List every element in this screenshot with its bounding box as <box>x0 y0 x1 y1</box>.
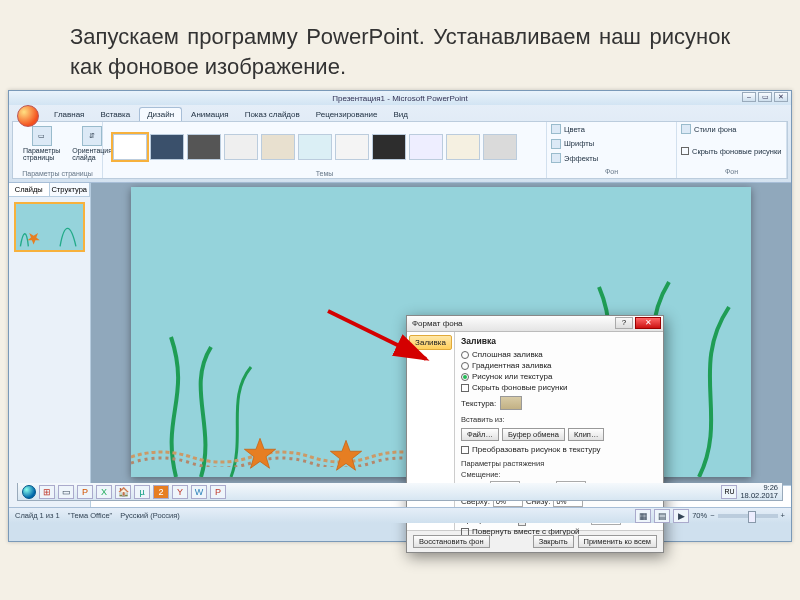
theme-swatch[interactable] <box>187 134 221 160</box>
taskbar-icon[interactable]: W <box>191 485 207 499</box>
radio-solid-label: Сплошная заливка <box>472 350 543 359</box>
fill-heading: Заливка <box>461 336 657 346</box>
zoom-slider[interactable] <box>718 514 778 518</box>
theme-swatch[interactable] <box>335 134 369 160</box>
taskbar-icon[interactable]: P <box>210 485 226 499</box>
view-normal-icon[interactable]: ▦ <box>635 509 651 523</box>
window-title: Презентация1 - Microsoft PowerPoint <box>332 94 467 103</box>
svg-marker-0 <box>27 233 39 244</box>
checkbox-hide-bg[interactable]: Скрыть фоновые рисунки <box>461 383 657 392</box>
texture-picker[interactable] <box>500 396 522 410</box>
zoom-value[interactable]: 70% <box>692 511 707 520</box>
page-setup-button[interactable]: ▭ Параметры страницы <box>19 124 64 163</box>
orientation-icon: ⇵ <box>82 126 102 146</box>
windows-taskbar: ⊞ ▭ P X 🏠 µ 2 Y W P RU 9:26 18.02.2017 <box>17 483 783 501</box>
taskbar-icon[interactable]: ▭ <box>58 485 74 499</box>
themes-gallery[interactable] <box>109 124 540 170</box>
fonts-dropdown[interactable]: Шрифты <box>551 139 672 149</box>
theme-swatch[interactable] <box>372 134 406 160</box>
tab-slideshow[interactable]: Показ слайдов <box>238 108 307 121</box>
group-bg-label2: Фон <box>681 168 782 176</box>
page-setup-icon: ▭ <box>32 126 52 146</box>
minimize-button[interactable]: – <box>742 92 756 102</box>
tab-insert[interactable]: Вставка <box>93 108 137 121</box>
theme-swatch[interactable] <box>113 134 147 160</box>
category-fill[interactable]: Заливка <box>409 335 452 350</box>
dialog-help-button[interactable]: ? <box>615 317 633 329</box>
theme-swatch[interactable] <box>409 134 443 160</box>
radio-gradient-label: Градиентная заливка <box>472 361 552 370</box>
close-button[interactable]: ✕ <box>774 92 788 102</box>
radio-icon <box>461 351 469 359</box>
checkbox-tile[interactable]: Преобразовать рисунок в текстуру <box>461 445 657 454</box>
hide-bg-checkbox[interactable]: Скрыть фоновые рисунки <box>681 147 782 156</box>
ribbon: Главная Вставка Дизайн Анимация Показ сл… <box>9 105 791 183</box>
reset-bg-button[interactable]: Восстановить фон <box>413 535 490 548</box>
radio-icon <box>461 362 469 370</box>
dialog-titlebar[interactable]: Формат фона ? ✕ <box>407 316 663 332</box>
tab-design[interactable]: Дизайн <box>139 107 182 121</box>
status-language[interactable]: Русский (Россия) <box>120 511 180 520</box>
theme-swatch[interactable] <box>261 134 295 160</box>
texture-label: Текстура: <box>461 399 496 408</box>
tab-animation[interactable]: Анимация <box>184 108 236 121</box>
bg-styles-dropdown[interactable]: Стили фона <box>681 124 782 134</box>
radio-solid-fill[interactable]: Сплошная заливка <box>461 350 657 359</box>
radio-gradient-fill[interactable]: Градиентная заливка <box>461 361 657 370</box>
dialog-title: Формат фона <box>412 319 463 328</box>
taskbar-icon[interactable]: X <box>96 485 112 499</box>
taskbar-icon[interactable]: ⊞ <box>39 485 55 499</box>
title-bar: Презентация1 - Microsoft PowerPoint – ▭ … <box>9 91 791 105</box>
maximize-button[interactable]: ▭ <box>758 92 772 102</box>
taskbar-icon[interactable]: µ <box>134 485 150 499</box>
slide-canvas[interactable]: да <box>131 187 751 477</box>
taskbar-icon[interactable]: P <box>77 485 93 499</box>
bg-styles-icon <box>681 124 691 134</box>
status-bar: Слайд 1 из 1 "Тема Office" Русский (Росс… <box>9 507 791 523</box>
tab-view[interactable]: Вид <box>387 108 415 121</box>
file-button[interactable]: Файл… <box>461 428 499 441</box>
effects-label: Эффекты <box>564 154 598 163</box>
effects-icon <box>551 153 561 163</box>
outline-tab[interactable]: Структура <box>50 183 91 196</box>
slides-tab[interactable]: Слайды <box>9 183 50 196</box>
view-show-icon[interactable]: ▶ <box>673 509 689 523</box>
clipboard-button[interactable]: Буфер обмена <box>502 428 565 441</box>
theme-swatch[interactable] <box>298 134 332 160</box>
tray-clock[interactable]: 9:26 18.02.2017 <box>740 484 778 499</box>
slides-pane: Слайды Структура <box>9 183 91 507</box>
effects-dropdown[interactable]: Эффекты <box>551 153 672 163</box>
clipart-button[interactable]: Клип… <box>568 428 605 441</box>
svg-marker-1 <box>244 438 275 468</box>
view-sorter-icon[interactable]: ▤ <box>654 509 670 523</box>
instruction-caption: Запускаем программу PowerPoint. Устанавл… <box>70 22 730 81</box>
office-button[interactable] <box>17 105 39 127</box>
taskbar-icon[interactable]: 2 <box>153 485 169 499</box>
taskbar-icon[interactable]: 🏠 <box>115 485 131 499</box>
status-theme: "Тема Office" <box>68 511 113 520</box>
theme-swatch[interactable] <box>224 134 258 160</box>
tray-lang[interactable]: RU <box>721 485 737 499</box>
apply-all-button[interactable]: Применить ко всем <box>578 535 657 548</box>
tab-review[interactable]: Рецензирование <box>309 108 385 121</box>
powerpoint-window: Презентация1 - Microsoft PowerPoint – ▭ … <box>8 90 792 542</box>
group-bg-label: Фон <box>551 168 672 176</box>
tab-home[interactable]: Главная <box>47 108 91 121</box>
slide-thumbnail-1[interactable] <box>14 202 85 252</box>
theme-swatch[interactable] <box>150 134 184 160</box>
chk-hide-label: Скрыть фоновые рисунки <box>472 383 567 392</box>
checkbox-icon <box>681 147 689 155</box>
dialog-close-button[interactable]: ✕ <box>635 317 661 329</box>
clock-date: 18.02.2017 <box>740 492 778 500</box>
checkbox-icon <box>461 384 469 392</box>
theme-swatch[interactable] <box>483 134 517 160</box>
theme-swatch[interactable] <box>446 134 480 160</box>
colors-dropdown[interactable]: Цвета <box>551 124 672 134</box>
start-button[interactable] <box>22 485 36 499</box>
radio-picture-fill[interactable]: Рисунок или текстура <box>461 372 657 381</box>
close-dialog-button[interactable]: Закрыть <box>533 535 574 548</box>
page-setup-label: Параметры страницы <box>23 147 60 161</box>
bg-styles-label: Стили фона <box>694 125 736 134</box>
taskbar-icon[interactable]: Y <box>172 485 188 499</box>
hide-bg-label: Скрыть фоновые рисунки <box>692 147 781 156</box>
